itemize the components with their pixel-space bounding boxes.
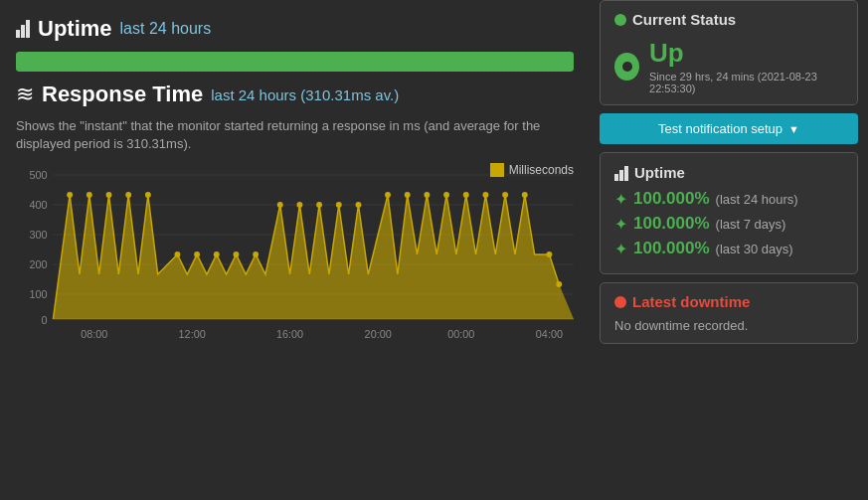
svg-point-27: [356, 202, 362, 208]
svg-point-17: [145, 192, 151, 198]
dropdown-arrow-icon: ▼: [788, 123, 799, 135]
response-time-header: ≋ Response Time last 24 hours (310.31ms …: [16, 82, 574, 107]
svg-point-31: [443, 192, 449, 198]
svg-text:0: 0: [41, 314, 47, 326]
uptime-label-7d: (last 7 days): [716, 217, 786, 232]
status-circle: [614, 53, 639, 81]
svg-point-20: [214, 251, 220, 257]
svg-text:400: 400: [29, 199, 47, 211]
svg-point-28: [385, 192, 391, 198]
svg-text:00:00: 00:00: [447, 328, 474, 340]
svg-point-24: [296, 202, 302, 208]
svg-point-21: [233, 251, 239, 257]
svg-text:04:00: 04:00: [536, 328, 563, 340]
response-time-title: Response Time: [42, 82, 203, 107]
current-status-box: Current Status Up Since 29 hrs, 24 mins …: [600, 0, 858, 105]
uptime-stats-title: Uptime: [614, 163, 843, 181]
chart-legend: Milliseconds: [490, 163, 574, 177]
svg-point-19: [194, 251, 200, 257]
svg-point-18: [174, 251, 180, 257]
uptime-label-30d: (last 30 days): [716, 242, 793, 256]
downtime-red-dot: [614, 296, 626, 308]
svg-point-14: [87, 192, 92, 198]
legend-label: Milliseconds: [509, 163, 574, 177]
svg-text:20:00: 20:00: [365, 328, 392, 340]
uptime-bar: [16, 52, 574, 72]
response-time-period: last 24 hours (310.31ms av.): [211, 86, 399, 103]
svg-text:200: 200: [29, 258, 47, 270]
svg-point-25: [316, 202, 322, 208]
current-status-title: Current Status: [614, 11, 843, 28]
svg-point-16: [125, 192, 131, 198]
svg-point-15: [106, 192, 112, 198]
svg-point-36: [546, 251, 552, 257]
svg-point-23: [277, 202, 283, 208]
chart-svg-container: 500 400 300 200 100 0: [16, 167, 574, 492]
right-panel: Current Status Up Since 29 hrs, 24 mins …: [590, 0, 868, 500]
svg-text:500: 500: [29, 169, 47, 181]
test-notification-label: Test notification setup: [658, 121, 782, 136]
star-icon-7d: ✦: [614, 215, 627, 234]
uptime-pct-7d: 100.000%: [633, 214, 710, 234]
latest-downtime-title: Latest downtime: [614, 293, 843, 310]
star-icon-30d: ✦: [614, 240, 627, 258]
svg-point-37: [556, 281, 562, 287]
uptime-title: Uptime: [38, 16, 112, 42]
uptime-bar-container: [16, 52, 574, 72]
uptime-bar-chart-icon: [614, 163, 628, 181]
uptime-label-24h: (last 24 hours): [716, 192, 798, 207]
uptime-stat-row-7d: ✦ 100.000% (last 7 days): [614, 214, 843, 234]
status-up-row: Up Since 29 hrs, 24 mins (2021-08-23 22:…: [614, 38, 843, 94]
svg-text:300: 300: [29, 229, 47, 241]
svg-point-22: [253, 251, 259, 257]
current-status-label: Current Status: [632, 11, 736, 28]
svg-point-30: [424, 192, 430, 198]
uptime-stats-box: Uptime ✦ 100.000% (last 24 hours) ✦ 100.…: [600, 152, 858, 274]
status-up-text: Up: [649, 38, 843, 69]
svg-point-13: [67, 192, 73, 198]
test-notification-button[interactable]: Test notification setup ▼: [600, 113, 858, 144]
svg-point-33: [482, 192, 488, 198]
svg-point-35: [522, 192, 528, 198]
star-icon-24h: ✦: [614, 190, 627, 209]
svg-text:12:00: 12:00: [179, 328, 206, 340]
svg-text:08:00: 08:00: [81, 328, 107, 340]
uptime-pct-24h: 100.000%: [633, 189, 710, 209]
legend-color-box: [490, 163, 504, 177]
uptime-stat-row-24h: ✦ 100.000% (last 24 hours): [614, 189, 843, 209]
uptime-stats-label: Uptime: [634, 164, 685, 181]
wave-icon: ≋: [16, 82, 34, 107]
svg-point-34: [502, 192, 508, 198]
response-time-description: Shows the "instant" that the monitor sta…: [16, 117, 574, 153]
left-panel: Uptime last 24 hours ≋ Response Time las…: [0, 0, 590, 500]
svg-point-29: [405, 192, 411, 198]
no-downtime-message: No downtime recorded.: [614, 318, 843, 333]
svg-point-26: [336, 202, 342, 208]
response-time-chart: 500 400 300 200 100 0: [16, 167, 574, 341]
latest-downtime-box: Latest downtime No downtime recorded.: [600, 282, 858, 344]
uptime-header: Uptime last 24 hours: [16, 16, 574, 42]
status-green-dot: [614, 14, 626, 26]
uptime-pct-30d: 100.000%: [633, 239, 710, 258]
svg-point-32: [463, 192, 469, 198]
svg-text:100: 100: [29, 288, 47, 300]
bar-chart-icon: [16, 20, 30, 38]
latest-downtime-label: Latest downtime: [632, 293, 750, 310]
uptime-period: last 24 hours: [120, 20, 212, 38]
uptime-stat-row-30d: ✦ 100.000% (last 30 days): [614, 239, 843, 258]
status-since: Since 29 hrs, 24 mins (2021-08-23 22:53:…: [649, 71, 843, 94]
svg-text:16:00: 16:00: [276, 328, 303, 340]
chart-wrapper: Milliseconds 500 400 300 200 100 0: [16, 163, 574, 492]
